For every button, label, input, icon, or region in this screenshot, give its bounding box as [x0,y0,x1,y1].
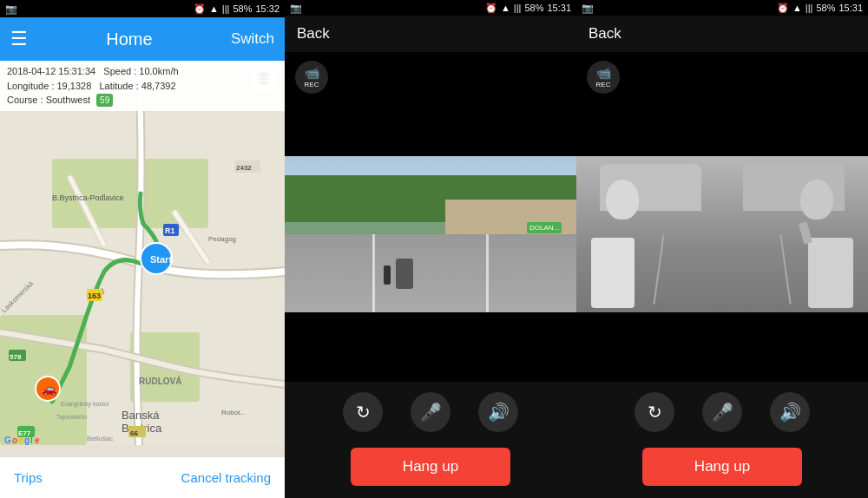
svg-text:o: o [18,436,23,445]
road-line-left [372,234,375,312]
time-v2: 15:31 [838,3,863,13]
mic-icon-v2: 🎤 [712,402,733,423]
map-panel: 📷 ⏰ ▲ ||| 58% 15:32 ☰ Home Switch 2018-0… [0,0,285,498]
battery-level: 58% [233,3,252,14]
speaker-icon-v1: 🔊 [488,402,510,423]
status-right-v2: ⏰ ▲ ||| 58% 15:31 [777,3,863,14]
rec-badge-v2: 📹 REC [587,61,620,94]
video-controls-v1: ↻ 🎤 🔊 [285,382,576,441]
longitude-value: 19,1328 [57,81,92,91]
video-back-bar2: Back [576,16,868,52]
status-bar-video2: 📷 ⏰ ▲ ||| 58% 15:31 [576,0,868,16]
rotate-icon-v1: ↻ [356,402,371,423]
rec-label-v1: REC [305,81,319,88]
road-sign: DOLAN... [527,222,562,233]
svg-text:66: 66 [130,429,138,437]
switch-button[interactable]: Switch [231,30,274,48]
person-right-head [800,180,833,220]
map-view[interactable]: 163 163 E77 E77 578 2432 R1 Start [0,61,285,456]
rotate-button-v2[interactable]: ↻ [635,392,674,432]
rec-camera-icon2: 📹 [596,66,611,80]
video-top-black-v1: 📹 REC [285,52,576,156]
alarm-icon: ⏰ [194,3,206,15]
mic-button-v1[interactable]: 🎤 [411,392,450,432]
camera-icon: 📷 [5,3,17,15]
status-bar-map: 📷 ⏰ ▲ ||| 58% 15:32 [0,0,285,17]
svg-text:B.Bystrica-Podlavice: B.Bystrica-Podlavice [52,193,124,202]
rotate-icon-v2: ↻ [648,402,662,423]
camera-icon3: 📷 [582,3,594,14]
mic-button-v2[interactable]: 🎤 [702,392,742,432]
speaker-button-v2[interactable]: 🔊 [770,392,810,432]
hangup-row-v2: Hang up [576,441,868,498]
interior-camera-feed [576,156,868,312]
time-v1: 15:31 [547,3,571,13]
back-button-v1[interactable]: Back [297,25,330,43]
signal-icon3: ||| [806,3,813,13]
speaker-button-v1[interactable]: 🔊 [478,392,518,432]
rec-camera-icon: 📹 [305,66,319,80]
video-back-bar: Back [285,16,576,52]
interior-scene [576,156,868,312]
road-surface [285,234,576,312]
location-info-bar: 2018-04-12 15:31:34 Speed : 10.0km/h Lon… [0,61,285,111]
svg-text:R1: R1 [165,226,175,235]
road-line-right [486,234,489,312]
svg-text:578: 578 [10,353,22,361]
rec-badge-v1: 📹 REC [295,61,328,94]
wifi-icon3: ▲ [792,3,802,13]
svg-text:e: e [35,436,40,445]
svg-text:Pedagog: Pedagog [208,235,236,243]
rotate-button-v1[interactable]: ↻ [343,392,383,432]
road-car [396,259,413,289]
battery-v2: 58% [816,3,835,13]
status-bar-video1: 📷 ⏰ ▲ ||| 58% 15:31 [285,0,576,16]
longitude-label: Longitude : [7,81,54,91]
cancel-tracking-button[interactable]: Cancel tracking [181,470,271,485]
page-title: Home [106,29,152,49]
course-value: Southwest [46,95,90,105]
svg-text:RUDLOVÁ: RUDLOVÁ [139,376,181,386]
video-top-black-v2: 📹 REC [576,52,868,156]
rec-label-v2: REC [596,81,611,88]
person-left-head [606,180,639,220]
video-main-v2: 📹 REC [576,52,868,382]
status-bar-right: ⏰ ▲ ||| 58% 15:32 [194,3,279,15]
video-controls-v2: ↻ 🎤 🔊 [576,382,868,441]
video-bottom-black-v1 [285,312,576,382]
time-display: 15:32 [255,3,279,14]
trips-button[interactable]: Trips [14,470,43,485]
back-button-v2[interactable]: Back [589,25,621,43]
signal-icon: ||| [222,3,230,14]
battery-v1: 58% [524,3,543,13]
svg-text:l: l [30,436,33,445]
signal-icon2: ||| [514,3,522,13]
speed-value: 10.0km/h [139,66,178,76]
video-panel-interior: 📷 ⏰ ▲ ||| 58% 15:31 Back 📹 REC [576,0,868,498]
hangup-button-v2[interactable]: Hang up [642,448,802,486]
front-camera-feed: DOLAN... [285,156,576,312]
top-nav-bar: ☰ Home Switch [0,17,285,61]
course-row: Course : Southwest 59 [7,93,278,108]
video-bottom-black-v2 [576,312,868,382]
bottom-nav-bar: Trips Cancel tracking [0,456,285,498]
latitude-value: 48,7392 [141,81,176,91]
road-person [384,265,391,285]
svg-text:Banská: Banská [122,409,160,422]
course-badge: 59 [96,94,113,107]
svg-text:Bellušác: Bellušác [87,435,113,442]
video-main-v1: 📹 REC DOLAN... [285,52,576,382]
menu-icon[interactable]: ☰ [10,28,28,50]
speed-label: Speed : [103,66,136,76]
svg-text:Tajovského: Tajovského [56,414,87,421]
svg-text:o: o [12,436,17,445]
svg-text:Robot...: Robot... [221,409,246,416]
video-panel-front: 📷 ⏰ ▲ ||| 58% 15:31 Back 📹 REC [285,0,576,498]
road-scene: DOLAN... [285,156,576,312]
svg-text:163: 163 [88,292,101,300]
svg-text:g: g [24,436,30,445]
hangup-button-v1[interactable]: Hang up [351,448,510,486]
svg-text:🚗: 🚗 [42,382,57,396]
person-right-body [808,238,853,308]
mic-icon-v1: 🎤 [420,402,442,423]
